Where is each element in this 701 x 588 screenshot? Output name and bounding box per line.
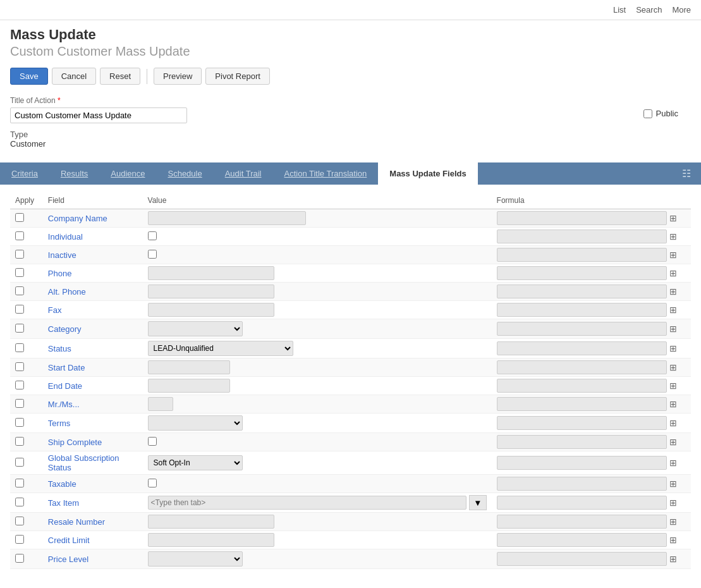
formula-icon[interactable]: ⊞ [669,268,677,278]
field-formula-cell: ⊞ [492,301,691,319]
tab-mass-update-fields[interactable]: Mass Update Fields [378,162,477,185]
apply-checkbox[interactable] [15,498,24,506]
tab-audit-trail[interactable]: Audit Trail [214,162,273,185]
formula-icon[interactable]: ⊞ [669,517,677,527]
formula-input[interactable] [497,266,667,280]
value-checkbox[interactable] [148,250,157,259]
value-text-input[interactable] [148,303,274,317]
formula-icon[interactable]: ⊞ [669,286,677,297]
apply-checkbox[interactable] [15,517,24,525]
nav-more[interactable]: More [672,5,691,15]
tab-layout-icon[interactable]: ☷ [678,165,695,182]
formula-input[interactable] [497,360,667,374]
nav-search[interactable]: Search [636,5,662,15]
value-text-input[interactable] [148,360,230,374]
apply-checkbox[interactable] [15,231,24,240]
apply-checkbox[interactable] [15,381,24,389]
apply-checkbox[interactable] [15,213,24,222]
apply-checkbox[interactable] [15,418,24,427]
nav-list[interactable]: List [613,5,626,15]
cancel-button[interactable]: Cancel [52,68,96,85]
value-text-input[interactable] [148,211,306,225]
formula-input[interactable] [497,211,667,225]
apply-checkbox[interactable] [15,250,24,259]
formula-input[interactable] [497,379,667,393]
formula-icon[interactable]: ⊞ [669,343,677,353]
tab-results[interactable]: Results [49,162,99,185]
formula-input[interactable] [497,341,667,355]
apply-checkbox[interactable] [15,305,24,314]
pivot-report-button[interactable]: Pivot Report [205,68,270,85]
formula-input[interactable] [497,477,667,491]
value-text-input[interactable] [148,379,230,393]
formula-icon[interactable]: ⊞ [669,213,677,223]
apply-checkbox[interactable] [15,399,24,408]
formula-icon[interactable]: ⊞ [669,399,677,409]
value-select[interactable] [148,321,243,336]
apply-checkbox[interactable] [15,458,24,467]
title-input[interactable] [10,107,187,123]
formula-input[interactable] [497,230,667,243]
tab-action-title-translation[interactable]: Action Title Translation [273,162,379,185]
formula-input[interactable] [497,533,667,547]
apply-checkbox[interactable] [15,343,24,352]
combo-dropdown-button[interactable]: ▼ [469,495,486,510]
value-select[interactable]: Soft Opt-In [148,455,243,470]
value-text-input[interactable] [148,533,274,547]
formula-icon[interactable]: ⊞ [669,535,677,545]
table-row: Price Level⊞ [10,549,691,569]
formula-input[interactable] [497,416,667,430]
apply-checkbox[interactable] [15,268,24,277]
formula-input[interactable] [497,456,667,470]
formula-input[interactable] [497,303,667,317]
formula-input[interactable] [497,496,667,510]
save-button[interactable]: Save [10,68,48,85]
formula-input[interactable] [497,248,667,262]
combo-input[interactable] [148,496,467,510]
formula-icon[interactable]: ⊞ [669,250,677,260]
formula-input[interactable] [497,322,667,336]
reset-button[interactable]: Reset [100,68,140,85]
formula-icon[interactable]: ⊞ [669,437,677,447]
formula-icon[interactable]: ⊞ [669,418,677,428]
value-select[interactable]: LEAD-Unqualified [148,341,293,356]
apply-checkbox[interactable] [15,554,24,563]
tab-criteria[interactable]: Criteria [0,162,49,185]
formula-input[interactable] [497,515,667,529]
field-name: Phone [48,269,72,278]
formula-icon[interactable]: ⊞ [669,554,677,564]
apply-checkbox[interactable] [15,324,24,333]
value-text-input[interactable] [148,285,274,298]
formula-icon[interactable]: ⊞ [669,324,677,334]
preview-button[interactable]: Preview [154,68,202,85]
value-text-input[interactable] [148,266,274,280]
formula-icon[interactable]: ⊞ [669,458,677,468]
formula-icon[interactable]: ⊞ [669,498,677,508]
formula-input[interactable] [497,397,667,411]
apply-checkbox[interactable] [15,535,24,544]
formula-input[interactable] [497,285,667,298]
tab-audience[interactable]: Audience [99,162,156,185]
apply-checkbox[interactable] [15,479,24,487]
value-text-input[interactable] [148,515,274,529]
value-checkbox[interactable] [148,437,157,446]
value-select[interactable] [148,551,243,567]
value-text-input[interactable] [148,397,173,411]
formula-icon[interactable]: ⊞ [669,362,677,372]
formula-input[interactable] [497,552,667,566]
apply-checkbox[interactable] [15,286,24,295]
tab-schedule[interactable]: Schedule [156,162,213,185]
public-checkbox[interactable] [643,109,652,118]
apply-checkbox[interactable] [15,362,24,371]
formula-icon[interactable]: ⊞ [669,479,677,489]
formula-icon[interactable]: ⊞ [669,381,677,391]
value-select[interactable] [148,415,243,431]
value-checkbox[interactable] [148,231,157,240]
col-header-formula: Formula [492,193,691,209]
value-checkbox[interactable] [148,479,157,487]
apply-checkbox[interactable] [15,437,24,446]
table-row: Individual⊞ [10,228,691,246]
formula-input[interactable] [497,435,667,449]
formula-icon[interactable]: ⊞ [669,231,677,242]
formula-icon[interactable]: ⊞ [669,305,677,315]
